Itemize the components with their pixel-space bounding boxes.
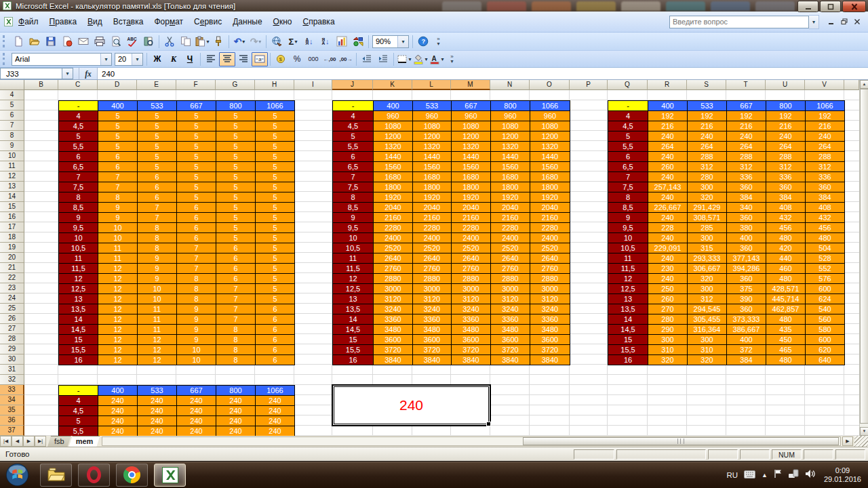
- value-cell[interactable]: 3840: [374, 355, 413, 365]
- value-cell[interactable]: 408: [806, 203, 845, 213]
- value-cell[interactable]: 5: [256, 223, 295, 233]
- value-cell[interactable]: 1320: [452, 142, 491, 152]
- row-header-18[interactable]: 18: [0, 232, 24, 243]
- value-cell[interactable]: 2280: [374, 223, 413, 233]
- row-label-cell[interactable]: 6,5: [333, 162, 374, 172]
- value-cell[interactable]: 1680: [452, 172, 491, 182]
- value-cell[interactable]: 240: [138, 426, 177, 436]
- value-cell[interactable]: 480: [766, 314, 806, 325]
- name-box-dropdown-icon[interactable]: ▾: [62, 68, 73, 79]
- column-header-q[interactable]: Q: [608, 80, 648, 90]
- value-cell[interactable]: 394,286: [727, 264, 766, 274]
- value-cell[interactable]: 320: [648, 355, 688, 365]
- value-cell[interactable]: 1800: [530, 182, 570, 192]
- value-cell[interactable]: 336: [766, 172, 806, 182]
- value-cell[interactable]: 3600: [491, 335, 530, 345]
- value-cell[interactable]: 240: [216, 396, 256, 406]
- value-cell[interactable]: 3120: [452, 294, 491, 304]
- font-size-dropdown-icon[interactable]: ▾: [132, 54, 142, 65]
- value-cell[interactable]: 1320: [491, 142, 530, 152]
- row-label-cell[interactable]: 4: [59, 111, 98, 121]
- table-corner-cell[interactable]: -: [333, 101, 374, 111]
- value-cell[interactable]: 624: [806, 294, 845, 304]
- keyboard-icon[interactable]: [744, 469, 755, 481]
- value-cell[interactable]: 528: [806, 253, 845, 264]
- value-cell[interactable]: 3360: [530, 314, 570, 325]
- toolbar-options-chevron[interactable]: »▾: [447, 52, 457, 66]
- row-label-cell[interactable]: 9: [333, 213, 374, 223]
- value-cell[interactable]: 12: [98, 294, 138, 304]
- value-cell[interactable]: 5: [138, 121, 177, 131]
- value-cell[interactable]: 504: [806, 243, 845, 253]
- value-cell[interactable]: 280: [648, 314, 688, 325]
- value-cell[interactable]: 240: [216, 416, 256, 426]
- value-cell[interactable]: 2160: [374, 213, 413, 223]
- value-cell[interactable]: 2400: [374, 233, 413, 243]
- copy-button[interactable]: [178, 35, 194, 49]
- value-cell[interactable]: 2040: [530, 203, 570, 213]
- value-cell[interactable]: 1680: [374, 172, 413, 182]
- row-label-cell[interactable]: 8,5: [333, 203, 374, 213]
- volume-icon[interactable]: [805, 469, 815, 481]
- research-button[interactable]: [140, 35, 157, 49]
- mail-button[interactable]: [75, 35, 92, 49]
- value-cell[interactable]: 1560: [413, 162, 452, 172]
- column-header-f[interactable]: F: [176, 80, 216, 90]
- table-header-cell[interactable]: 400: [374, 101, 413, 111]
- value-cell[interactable]: 2160: [530, 213, 570, 223]
- row-label-cell[interactable]: 7: [59, 172, 98, 182]
- value-cell[interactable]: 3000: [374, 284, 413, 294]
- table-header-cell[interactable]: 800: [216, 386, 256, 396]
- value-cell[interactable]: 2040: [491, 203, 530, 213]
- value-cell[interactable]: 9: [177, 335, 216, 345]
- value-cell[interactable]: 11: [98, 253, 138, 264]
- table-header-cell[interactable]: 1066: [530, 101, 570, 111]
- row-label-cell[interactable]: 8: [59, 192, 98, 203]
- value-cell[interactable]: 5: [256, 264, 295, 274]
- row-label-cell[interactable]: 4,5: [333, 121, 374, 131]
- row-label-cell[interactable]: 5: [333, 131, 374, 142]
- value-cell[interactable]: 2280: [491, 223, 530, 233]
- dropdown-icon[interactable]: ▾: [408, 56, 411, 62]
- row-label-cell[interactable]: 5,5: [608, 142, 648, 152]
- value-cell[interactable]: 240: [648, 233, 688, 243]
- row-header-29[interactable]: 29: [0, 344, 24, 354]
- value-cell[interactable]: 240: [138, 416, 177, 426]
- value-cell[interactable]: 3240: [374, 304, 413, 314]
- value-cell[interactable]: 1440: [491, 152, 530, 162]
- value-cell[interactable]: 9: [177, 314, 216, 325]
- value-cell[interactable]: 540: [806, 304, 845, 314]
- value-cell[interactable]: 320: [688, 192, 727, 203]
- toolbar-grip[interactable]: [3, 53, 7, 65]
- row-header-32[interactable]: 32: [0, 375, 24, 385]
- table-header-cell[interactable]: 400: [98, 386, 138, 396]
- row-label-cell[interactable]: 5: [59, 131, 98, 142]
- row-label-cell[interactable]: 7,5: [608, 182, 648, 192]
- value-cell[interactable]: 2880: [530, 274, 570, 284]
- value-cell[interactable]: 305,455: [688, 314, 727, 325]
- select-all-corner[interactable]: [0, 80, 24, 90]
- row-header-27[interactable]: 27: [0, 324, 24, 334]
- value-cell[interactable]: 12: [98, 335, 138, 345]
- row-label-cell[interactable]: 14,5: [333, 325, 374, 335]
- row-label-cell[interactable]: 11: [333, 253, 374, 264]
- menu-item-edit[interactable]: Правка: [44, 15, 83, 28]
- value-cell[interactable]: 240: [688, 131, 727, 142]
- row-label-cell[interactable]: 12,5: [608, 284, 648, 294]
- zoom-dropdown-icon[interactable]: ▾: [397, 36, 408, 47]
- value-cell[interactable]: 8: [138, 243, 177, 253]
- value-cell[interactable]: 480: [806, 233, 845, 243]
- open-button[interactable]: [26, 35, 43, 49]
- value-cell[interactable]: 3000: [530, 284, 570, 294]
- value-cell[interactable]: 240: [98, 396, 138, 406]
- value-cell[interactable]: 288: [806, 152, 845, 162]
- question-dropdown-icon[interactable]: ▾: [809, 15, 819, 29]
- value-cell[interactable]: 12: [98, 345, 138, 355]
- table-header-cell[interactable]: 1066: [806, 101, 845, 111]
- value-cell[interactable]: 336: [727, 172, 766, 182]
- value-cell[interactable]: 5: [177, 162, 216, 172]
- value-cell[interactable]: 240: [256, 396, 295, 406]
- value-cell[interactable]: 5: [216, 162, 256, 172]
- value-cell[interactable]: 6: [177, 233, 216, 243]
- value-cell[interactable]: 6: [177, 203, 216, 213]
